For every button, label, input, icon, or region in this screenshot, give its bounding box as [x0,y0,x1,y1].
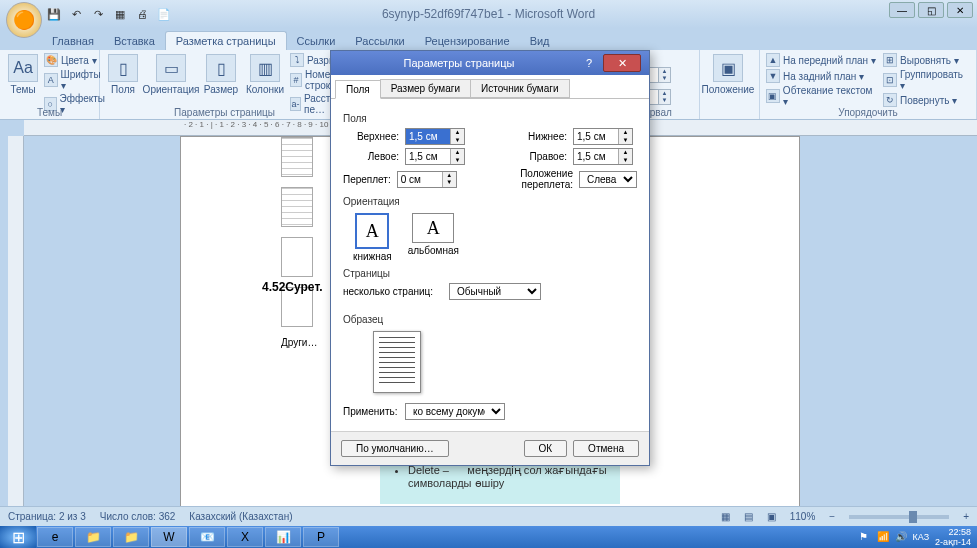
view-web-icon[interactable]: ▣ [767,511,776,522]
send-back-button[interactable]: ▼На задний план ▾ [766,68,879,84]
tab-references[interactable]: Ссылки [287,32,346,50]
tray-network-icon[interactable]: 📶 [877,531,889,543]
tb-outlook[interactable]: 📧 [189,527,225,547]
dialog-help-button[interactable]: ? [579,57,599,69]
thumb-1[interactable] [281,137,313,177]
zoom-in-button[interactable]: + [963,511,969,522]
bring-front-button[interactable]: ▲На передний план ▾ [766,52,879,68]
start-button[interactable]: ⊞ [0,526,36,548]
spin-up-icon[interactable]: ▲ [451,129,464,137]
group-button[interactable]: ⊡Группировать ▾ [883,68,970,92]
tb-folder[interactable]: 📁 [113,527,149,547]
sample-preview [373,331,421,393]
columns-icon: ▥ [250,54,280,82]
align-button[interactable]: ⊞Выровнять ▾ [883,52,970,68]
tb-excel[interactable]: X [227,527,263,547]
tray-volume-icon[interactable]: 🔊 [895,531,907,543]
tab-insert[interactable]: Вставка [104,32,165,50]
themes-button[interactable]: AaТемы [6,52,40,97]
size-button[interactable]: ▯Размер [202,52,240,97]
zoom-slider[interactable] [849,515,949,519]
tb-ppt[interactable]: P [303,527,339,547]
fonts-button[interactable]: AШрифты ▾ [44,68,106,92]
right-margin-spin[interactable]: ▲▼ [573,148,633,165]
thumb-3[interactable] [281,237,313,277]
right-margin-input[interactable] [574,149,618,164]
status-page[interactable]: Страница: 2 из 3 [8,511,86,522]
tb-word[interactable]: W [151,527,187,547]
window-buttons: — ◱ ✕ [889,2,973,18]
themes-label: Темы [10,84,35,95]
tab-page-layout[interactable]: Разметка страницы [165,31,287,50]
size-icon: ▯ [206,54,236,82]
default-button[interactable]: По умолчанию… [341,440,449,457]
gutter-spin[interactable]: ▲▼ [397,171,457,188]
landscape-label: альбомная [408,245,459,256]
tray-time[interactable]: 22:58 [935,527,971,537]
thumb-other[interactable]: Други… [281,337,317,348]
columns-label: Колонки [246,84,284,95]
spin-down-icon[interactable]: ▼ [451,137,464,145]
qat-table[interactable]: ▦ [110,4,130,24]
dialog-tab-margins[interactable]: Поля [335,80,381,99]
text-wrap-button[interactable]: ▣Обтекание текстом ▾ [766,84,879,108]
tray-date[interactable]: 2-ақп-14 [935,537,971,547]
orientation-label: Ориентация [143,84,200,95]
qat-save[interactable]: 💾 [44,4,64,24]
tab-home[interactable]: Главная [42,32,104,50]
columns-button[interactable]: ▥Колонки [244,52,286,97]
colors-icon: 🎨 [44,53,58,67]
qat-print[interactable]: 🖨 [132,4,152,24]
position-button[interactable]: ▣Положение [706,52,750,97]
top-margin-input[interactable] [406,129,450,144]
office-button[interactable]: 🟠 [6,2,42,38]
zoom-out-button[interactable]: − [829,511,835,522]
orientation-portrait[interactable]: A книжная [353,213,392,262]
status-lang[interactable]: Казахский (Казахстан) [189,511,292,522]
close-button[interactable]: ✕ [947,2,973,18]
colors-button[interactable]: 🎨Цвета ▾ [44,52,106,68]
ruler-vertical[interactable] [8,136,24,506]
gutter-input[interactable] [398,172,442,187]
tb-explorer[interactable]: 📁 [75,527,111,547]
gutter-pos-select[interactable]: Слева [579,171,637,188]
dialog-tab-paper[interactable]: Размер бумаги [380,79,471,98]
orientation-button[interactable]: ▭Ориентация [144,52,198,97]
multipage-select[interactable]: Обычный [449,283,541,300]
position-label: Положение [702,84,755,95]
tab-mailings[interactable]: Рассылки [345,32,414,50]
zoom-slider-thumb[interactable] [909,511,917,523]
tb-ie[interactable]: e [37,527,73,547]
top-margin-spin[interactable]: ▲▼ [405,128,465,145]
cancel-button[interactable]: Отмена [573,440,639,457]
bottom-margin-label: Нижнее: [511,131,567,142]
minimize-button[interactable]: — [889,2,915,18]
zoom-percent[interactable]: 110% [790,511,816,522]
dialog-titlebar[interactable]: Параметры страницы ? ✕ [331,51,649,75]
dialog-tab-source[interactable]: Источник бумаги [470,79,570,98]
dialog-close-button[interactable]: ✕ [603,54,641,72]
bottom-margin-spin[interactable]: ▲▼ [573,128,633,145]
office-icon: 🟠 [13,9,35,31]
left-margin-spin[interactable]: ▲▼ [405,148,465,165]
qat-undo[interactable]: ↶ [66,4,86,24]
view-print-icon[interactable]: ▦ [721,511,730,522]
qat-redo[interactable]: ↷ [88,4,108,24]
tab-review[interactable]: Рецензирование [415,32,520,50]
tb-chart[interactable]: 📊 [265,527,301,547]
ok-button[interactable]: ОК [524,440,568,457]
qat-new[interactable]: 📄 [154,4,174,24]
apply-to-select[interactable]: ко всему документу [405,403,505,420]
thumb-2[interactable] [281,187,313,227]
tray-flag-icon[interactable]: ⚑ [859,531,871,543]
status-words[interactable]: Число слов: 362 [100,511,176,522]
maximize-button[interactable]: ◱ [918,2,944,18]
orientation-landscape[interactable]: A альбомная [408,213,459,262]
view-read-icon[interactable]: ▤ [744,511,753,522]
rotate-button[interactable]: ↻Повернуть ▾ [883,92,970,108]
bottom-margin-input[interactable] [574,129,618,144]
left-margin-input[interactable] [406,149,450,164]
margins-button[interactable]: ▯Поля [106,52,140,97]
tab-view[interactable]: Вид [520,32,560,50]
tray-lang[interactable]: КАЗ [913,532,930,542]
